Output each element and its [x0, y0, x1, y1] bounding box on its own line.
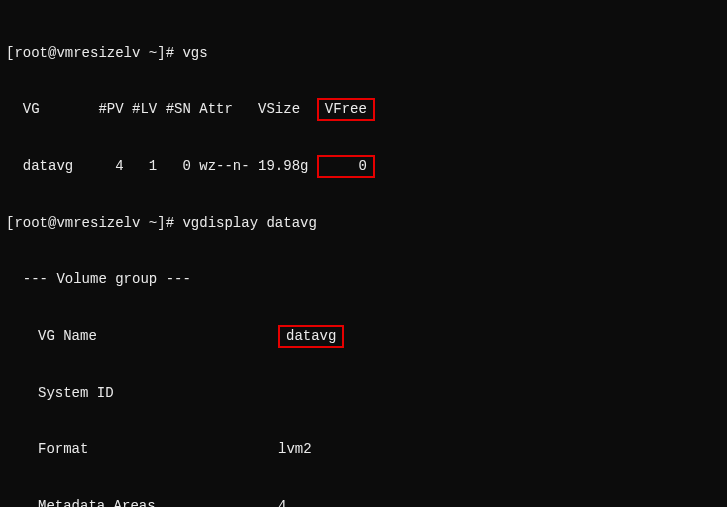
vfree-value-highlight: 0	[317, 155, 375, 178]
vg-name-highlight: datavg	[278, 325, 344, 348]
label-system-id: System ID	[38, 384, 278, 403]
prompt-line-1: [root@vmresizelv ~]# vgs	[6, 44, 723, 63]
volume-group-header: --- Volume group ---	[6, 270, 723, 289]
vfree-header: VFree	[325, 101, 367, 117]
label-metadata-areas: Metadata Areas	[38, 497, 278, 507]
prompt-line-2: [root@vmresizelv ~]# vgdisplay datavg	[6, 214, 723, 233]
value-format: lvm2	[278, 441, 312, 457]
value-vg-name: datavg	[286, 328, 336, 344]
row-system-id: System ID	[6, 384, 723, 403]
value-metadata-areas: 4	[278, 498, 286, 507]
row-vg-name: VG Namedatavg	[6, 327, 723, 346]
vfree-header-highlight: VFree	[317, 98, 375, 121]
row-metadata-areas: Metadata Areas4	[6, 497, 723, 507]
shell-prompt: [root@vmresizelv ~]#	[6, 45, 182, 61]
vgs-data-line: datavg 4 1 0 wz--n- 19.98g 0	[6, 157, 723, 176]
command-vgs: vgs	[182, 45, 207, 61]
terminal[interactable]: [root@vmresizelv ~]# vgs VG #PV #LV #SN …	[0, 0, 727, 507]
vfree-value: 0	[325, 158, 367, 174]
label-vg-name: VG Name	[38, 327, 278, 346]
command-vgdisplay: vgdisplay datavg	[182, 215, 316, 231]
row-format: Formatlvm2	[6, 440, 723, 459]
vgs-header-prefix: VG #PV #LV #SN Attr VSize	[6, 101, 317, 117]
vgs-data-prefix: datavg 4 1 0 wz--n- 19.98g	[6, 158, 308, 174]
vgs-header-line: VG #PV #LV #SN Attr VSize VFree	[6, 100, 723, 119]
shell-prompt: [root@vmresizelv ~]#	[6, 215, 182, 231]
label-format: Format	[38, 440, 278, 459]
